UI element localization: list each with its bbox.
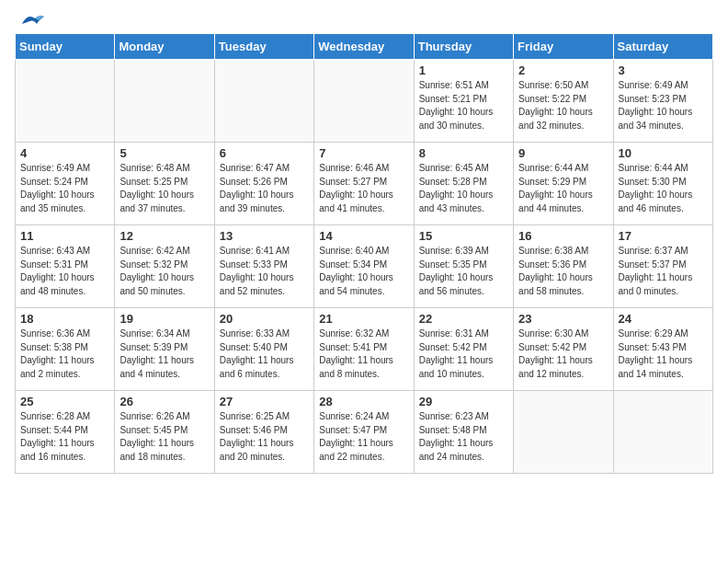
day-number: 2: [518, 63, 608, 77]
day-info: Sunrise: 6:37 AM Sunset: 5:37 PM Dayligh…: [619, 245, 708, 298]
calendar-cell: 22Sunrise: 6:31 AM Sunset: 5:42 PM Dayli…: [414, 308, 513, 391]
calendar-cell: 1Sunrise: 6:51 AM Sunset: 5:21 PM Daylig…: [414, 60, 513, 143]
day-number: 3: [619, 63, 708, 77]
day-info: Sunrise: 6:29 AM Sunset: 5:43 PM Dayligh…: [619, 327, 708, 381]
calendar-cell: 23Sunrise: 6:30 AM Sunset: 5:42 PM Dayli…: [514, 308, 613, 391]
day-info: Sunrise: 6:34 AM Sunset: 5:39 PM Dayligh…: [119, 327, 209, 381]
day-info: Sunrise: 6:40 AM Sunset: 5:34 PM Dayligh…: [319, 245, 408, 298]
day-number: 1: [419, 63, 508, 77]
day-info: Sunrise: 6:39 AM Sunset: 5:35 PM Dayligh…: [419, 245, 508, 298]
day-number: 17: [619, 229, 708, 243]
calendar-cell: 9Sunrise: 6:44 AM Sunset: 5:29 PM Daylig…: [514, 143, 613, 225]
day-number: 29: [419, 395, 508, 408]
calendar-cell: 5Sunrise: 6:48 AM Sunset: 5:25 PM Daylig…: [115, 143, 214, 225]
day-of-week-thursday: Thursday: [414, 34, 513, 60]
day-info: Sunrise: 6:38 AM Sunset: 5:36 PM Dayligh…: [518, 245, 608, 298]
day-info: Sunrise: 6:32 AM Sunset: 5:41 PM Dayligh…: [319, 327, 408, 381]
day-info: Sunrise: 6:47 AM Sunset: 5:26 PM Dayligh…: [220, 162, 309, 215]
calendar-cell: 24Sunrise: 6:29 AM Sunset: 5:43 PM Dayli…: [613, 308, 712, 391]
logo: [15, 15, 46, 26]
day-info: Sunrise: 6:26 AM Sunset: 5:45 PM Dayligh…: [119, 410, 209, 464]
day-info: Sunrise: 6:23 AM Sunset: 5:48 PM Dayligh…: [419, 410, 508, 464]
day-number: 25: [20, 395, 109, 408]
calendar-cell: 7Sunrise: 6:46 AM Sunset: 5:27 PM Daylig…: [314, 143, 414, 225]
day-number: 4: [20, 146, 109, 160]
calendar-cell: 21Sunrise: 6:32 AM Sunset: 5:41 PM Dayli…: [314, 308, 414, 391]
logo-bird-icon: [17, 11, 46, 31]
day-of-week-friday: Friday: [514, 34, 613, 60]
calendar-cell: 6Sunrise: 6:47 AM Sunset: 5:26 PM Daylig…: [214, 143, 313, 225]
day-number: 13: [220, 229, 309, 243]
calendar-cell: 15Sunrise: 6:39 AM Sunset: 5:35 PM Dayli…: [414, 225, 513, 308]
day-of-week-saturday: Saturday: [613, 34, 712, 60]
day-info: Sunrise: 6:45 AM Sunset: 5:28 PM Dayligh…: [419, 162, 508, 215]
calendar-cell: 20Sunrise: 6:33 AM Sunset: 5:40 PM Dayli…: [214, 308, 313, 391]
day-of-week-wednesday: Wednesday: [314, 34, 414, 60]
calendar-cell: 19Sunrise: 6:34 AM Sunset: 5:39 PM Dayli…: [115, 308, 214, 391]
day-info: Sunrise: 6:28 AM Sunset: 5:44 PM Dayligh…: [20, 410, 109, 464]
day-of-week-sunday: Sunday: [16, 34, 115, 60]
day-info: Sunrise: 6:48 AM Sunset: 5:25 PM Dayligh…: [119, 162, 209, 215]
calendar-cell: [115, 60, 214, 143]
day-info: Sunrise: 6:49 AM Sunset: 5:24 PM Dayligh…: [20, 162, 109, 215]
day-info: Sunrise: 6:31 AM Sunset: 5:42 PM Dayligh…: [419, 327, 508, 381]
day-number: 11: [20, 229, 109, 243]
day-number: 19: [119, 312, 209, 326]
day-info: Sunrise: 6:43 AM Sunset: 5:31 PM Dayligh…: [20, 245, 109, 298]
day-info: Sunrise: 6:51 AM Sunset: 5:21 PM Dayligh…: [419, 79, 508, 132]
day-info: Sunrise: 6:30 AM Sunset: 5:42 PM Dayligh…: [518, 327, 608, 381]
day-number: 9: [518, 146, 608, 160]
calendar-cell: [214, 60, 313, 143]
day-number: 21: [319, 312, 408, 326]
calendar-cell: 2Sunrise: 6:50 AM Sunset: 5:22 PM Daylig…: [514, 60, 613, 143]
calendar-table: SundayMondayTuesdayWednesdayThursdayFrid…: [15, 33, 713, 474]
day-of-week-tuesday: Tuesday: [214, 34, 313, 60]
day-info: Sunrise: 6:42 AM Sunset: 5:32 PM Dayligh…: [119, 245, 209, 298]
day-info: Sunrise: 6:50 AM Sunset: 5:22 PM Dayligh…: [518, 79, 608, 132]
calendar-cell: 4Sunrise: 6:49 AM Sunset: 5:24 PM Daylig…: [16, 143, 115, 225]
day-number: 20: [220, 312, 309, 326]
day-info: Sunrise: 6:24 AM Sunset: 5:47 PM Dayligh…: [319, 410, 408, 464]
day-number: 24: [619, 312, 708, 326]
calendar-cell: 3Sunrise: 6:49 AM Sunset: 5:23 PM Daylig…: [613, 60, 712, 143]
day-info: Sunrise: 6:36 AM Sunset: 5:38 PM Dayligh…: [20, 327, 109, 381]
day-number: 22: [419, 312, 508, 326]
calendar-cell: [613, 391, 712, 474]
calendar-cell: 14Sunrise: 6:40 AM Sunset: 5:34 PM Dayli…: [314, 225, 414, 308]
calendar-cell: 11Sunrise: 6:43 AM Sunset: 5:31 PM Dayli…: [16, 225, 115, 308]
calendar-cell: 16Sunrise: 6:38 AM Sunset: 5:36 PM Dayli…: [514, 225, 613, 308]
calendar-cell: 13Sunrise: 6:41 AM Sunset: 5:33 PM Dayli…: [214, 225, 313, 308]
day-of-week-monday: Monday: [115, 34, 214, 60]
calendar-cell: 17Sunrise: 6:37 AM Sunset: 5:37 PM Dayli…: [613, 225, 712, 308]
day-number: 7: [319, 146, 408, 160]
day-info: Sunrise: 6:46 AM Sunset: 5:27 PM Dayligh…: [319, 162, 408, 215]
calendar-cell: 8Sunrise: 6:45 AM Sunset: 5:28 PM Daylig…: [414, 143, 513, 225]
day-number: 14: [319, 229, 408, 243]
day-number: 16: [518, 229, 608, 243]
day-number: 10: [619, 146, 708, 160]
day-number: 8: [419, 146, 508, 160]
calendar-cell: 12Sunrise: 6:42 AM Sunset: 5:32 PM Dayli…: [115, 225, 214, 308]
calendar-cell: [514, 391, 613, 474]
day-info: Sunrise: 6:49 AM Sunset: 5:23 PM Dayligh…: [619, 79, 708, 132]
day-info: Sunrise: 6:33 AM Sunset: 5:40 PM Dayligh…: [220, 327, 309, 381]
calendar-cell: 10Sunrise: 6:44 AM Sunset: 5:30 PM Dayli…: [613, 143, 712, 225]
day-info: Sunrise: 6:44 AM Sunset: 5:30 PM Dayligh…: [619, 162, 708, 215]
day-number: 15: [419, 229, 508, 243]
day-info: Sunrise: 6:25 AM Sunset: 5:46 PM Dayligh…: [220, 410, 309, 464]
day-info: Sunrise: 6:44 AM Sunset: 5:29 PM Dayligh…: [518, 162, 608, 215]
day-number: 5: [119, 146, 209, 160]
day-number: 18: [20, 312, 109, 326]
day-number: 23: [518, 312, 608, 326]
day-number: 26: [119, 395, 209, 408]
day-info: Sunrise: 6:41 AM Sunset: 5:33 PM Dayligh…: [220, 245, 309, 298]
calendar-cell: 28Sunrise: 6:24 AM Sunset: 5:47 PM Dayli…: [314, 391, 414, 474]
day-number: 6: [220, 146, 309, 160]
day-number: 12: [119, 229, 209, 243]
calendar-cell: 26Sunrise: 6:26 AM Sunset: 5:45 PM Dayli…: [115, 391, 214, 474]
calendar-cell: 29Sunrise: 6:23 AM Sunset: 5:48 PM Dayli…: [414, 391, 513, 474]
calendar-cell: 27Sunrise: 6:25 AM Sunset: 5:46 PM Dayli…: [214, 391, 313, 474]
calendar-cell: [314, 60, 414, 143]
calendar-cell: [16, 60, 115, 143]
day-number: 27: [220, 395, 309, 408]
